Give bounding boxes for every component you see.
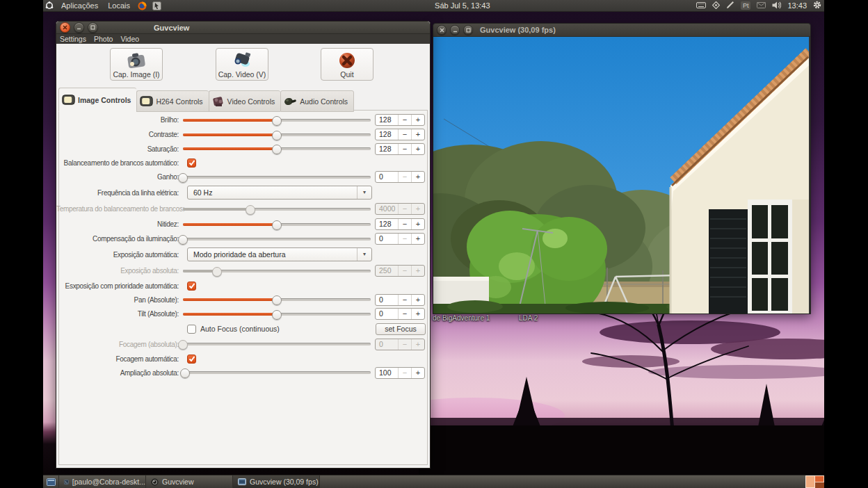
- minimize-icon[interactable]: [74, 22, 84, 33]
- tablet-pen-icon[interactable]: [726, 1, 734, 10]
- language-indicator[interactable]: Pt: [741, 1, 751, 10]
- guvcview-preview-window[interactable]: Guvcview (30,09 fps): [433, 23, 811, 314]
- desktop-icon-label[interactable]: de BigAdventure 1: [433, 314, 490, 322]
- minus-button[interactable]: −: [398, 115, 411, 125]
- show-desktop-button[interactable]: [43, 475, 59, 488]
- minus-button[interactable]: −: [398, 172, 411, 182]
- minus-button[interactable]: −: [398, 144, 411, 154]
- minimize-icon[interactable]: [450, 25, 460, 35]
- plus-button[interactable]: +: [411, 309, 424, 319]
- checkbox-balanceamento[interactable]: [187, 158, 196, 168]
- taskbar-item-guvcview[interactable]: Guvcview: [146, 475, 233, 488]
- menu-video[interactable]: Video: [120, 35, 144, 43]
- slider-thumb: [246, 205, 255, 215]
- plus-button[interactable]: +: [411, 129, 424, 140]
- slider-compensacao[interactable]: [183, 234, 371, 244]
- microphone-icon: [284, 97, 297, 106]
- workspace-switcher[interactable]: [805, 475, 824, 488]
- minus-button[interactable]: −: [398, 295, 411, 305]
- close-icon[interactable]: [60, 22, 70, 33]
- plus-button[interactable]: +: [411, 234, 424, 244]
- clock-center[interactable]: Sáb Jul 5, 13:43: [435, 1, 490, 10]
- firefox-icon[interactable]: [138, 1, 147, 10]
- slider-thumb[interactable]: [272, 116, 282, 126]
- cap-image-button[interactable]: Cap. Image (I): [110, 48, 163, 81]
- plus-button[interactable]: +: [411, 144, 424, 154]
- slider-nitidez[interactable]: [183, 220, 371, 229]
- close-icon[interactable]: [437, 25, 447, 35]
- slider-tilt[interactable]: [183, 309, 371, 319]
- menu-bar: Settings Photo Video: [56, 34, 430, 44]
- plus-button[interactable]: +: [411, 115, 424, 125]
- titlebar[interactable]: Guvcview: [56, 22, 430, 34]
- plus-button[interactable]: +: [411, 219, 424, 229]
- minus-button[interactable]: −: [398, 234, 411, 244]
- tab-h264-controls[interactable]: H264 Controls: [136, 90, 208, 112]
- slider-thumb[interactable]: [272, 295, 282, 305]
- tab-image-controls[interactable]: Image Controls: [58, 88, 136, 112]
- menu-settings[interactable]: Settings: [60, 35, 91, 43]
- set-focus-button[interactable]: set Focus: [376, 323, 426, 335]
- control-row: Ampliação absoluta: 100 − +: [56, 366, 426, 380]
- cap-video-button[interactable]: Cap. Video (V): [216, 48, 268, 81]
- plus-button[interactable]: +: [411, 295, 424, 305]
- webcam-lens-icon: [151, 478, 159, 486]
- app-shortcut-icon[interactable]: [152, 1, 161, 10]
- auto-focus-label: Auto Focus (continuous): [200, 325, 280, 333]
- tab-audio-controls[interactable]: Audio Controls: [280, 90, 354, 112]
- volume-icon[interactable]: [772, 1, 781, 10]
- menu-photo[interactable]: Photo: [94, 35, 118, 43]
- minus-button[interactable]: −: [398, 368, 411, 378]
- keyboard-icon[interactable]: [696, 1, 706, 10]
- maximize-icon[interactable]: [88, 22, 98, 33]
- slider-ampliacao[interactable]: [183, 368, 371, 377]
- clock-right[interactable]: 13:43: [787, 1, 807, 10]
- spinbox-exposicao-absoluta: 250 − +: [375, 265, 425, 277]
- slider-thumb[interactable]: [178, 235, 188, 245]
- slider-ganho[interactable]: [183, 172, 371, 182]
- slider-thumb: [178, 340, 188, 350]
- plus-button: +: [411, 266, 424, 276]
- quit-button[interactable]: Quit: [321, 48, 373, 81]
- taskbar-item-guvcview-video[interactable]: Guvcview (30,09 fps): [233, 475, 320, 488]
- slider-thumb[interactable]: [272, 145, 282, 154]
- control-row: Nitidez: 128 − +: [56, 217, 426, 231]
- input-method-icon[interactable]: [712, 1, 720, 10]
- slider-brilho[interactable]: [183, 115, 371, 125]
- checkbox-auto-focus[interactable]: [187, 325, 196, 334]
- slider-thumb[interactable]: [272, 220, 282, 230]
- slider-thumb[interactable]: [272, 310, 282, 320]
- plus-button[interactable]: +: [411, 172, 424, 182]
- slider-saturacao[interactable]: [183, 144, 371, 154]
- taskbar-item-terminal[interactable]: [paulo@Cobra-deskt...: [59, 475, 146, 488]
- desktop-icon-label[interactable]: LDA 2: [519, 314, 538, 322]
- guvcview-controls-window[interactable]: Guvcview Settings Photo Video Cap. Image…: [56, 21, 431, 469]
- mail-icon[interactable]: [757, 1, 766, 10]
- minus-button[interactable]: −: [398, 219, 411, 229]
- checkbox-exposicao-prioridade[interactable]: [187, 282, 196, 291]
- webcam-video-frame: [433, 37, 810, 314]
- control-row: Pan (Absolute): 0 − +: [56, 293, 426, 307]
- checkbox-focagem-automatica[interactable]: [187, 355, 196, 364]
- slider-thumb[interactable]: [178, 173, 188, 183]
- window-title: Guvcview (30,09 fps): [480, 26, 556, 34]
- camera-icon: [126, 51, 147, 70]
- session-gear-icon[interactable]: [813, 1, 821, 10]
- slider-thumb[interactable]: [180, 368, 190, 378]
- slider-contraste[interactable]: [183, 130, 371, 140]
- slider-pan[interactable]: [183, 295, 371, 304]
- plus-button[interactable]: +: [411, 368, 424, 378]
- minus-button[interactable]: −: [398, 129, 411, 140]
- titlebar[interactable]: Guvcview (30,09 fps): [433, 24, 810, 37]
- dropdown-frequencia[interactable]: 60 Hz ▾: [187, 186, 372, 200]
- minus-button[interactable]: −: [398, 309, 411, 319]
- dropdown-exposicao-automatica[interactable]: Modo prioridade da abertura ▾: [187, 247, 372, 261]
- slider-thumb[interactable]: [272, 131, 282, 140]
- tab-video-controls[interactable]: Video Controls: [209, 90, 281, 112]
- menu-aplicacoes[interactable]: Aplicações: [56, 0, 103, 11]
- ubuntu-logo-icon[interactable]: [45, 1, 54, 10]
- workspace-1[interactable]: [805, 475, 815, 488]
- menu-locais[interactable]: Locais: [103, 0, 135, 11]
- maximize-icon[interactable]: [463, 25, 473, 35]
- workspace-2[interactable]: [815, 475, 824, 488]
